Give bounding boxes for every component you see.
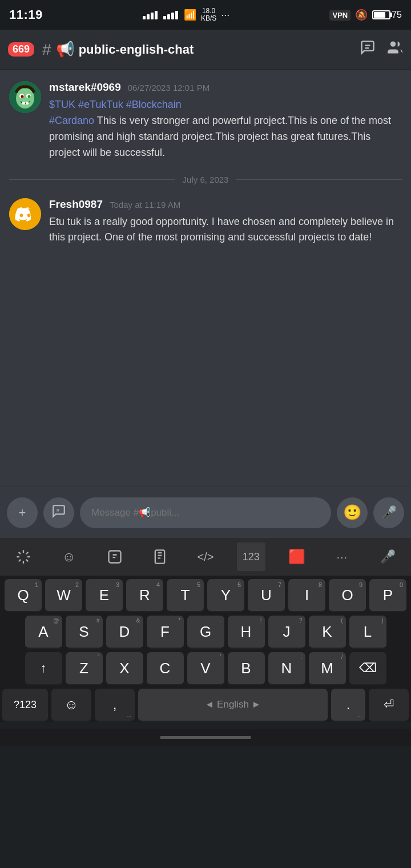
- key-z[interactable]: "Z: [66, 652, 103, 685]
- key-m[interactable]: /M: [309, 652, 346, 685]
- members-icon[interactable]: [387, 39, 403, 59]
- signal-bars-2: [163, 11, 178, 19]
- message-2-text: Etu tuk is a really good opportunity. I …: [49, 214, 402, 246]
- toolbar-more-icon[interactable]: ···: [328, 542, 356, 571]
- key-period[interactable]: . ···: [331, 689, 365, 722]
- space-label: ◄ English ►: [205, 699, 261, 710]
- enter-icon: ⏎: [384, 697, 394, 712]
- key-comma[interactable]: , ···: [95, 689, 135, 722]
- key-g[interactable]: -G: [187, 616, 224, 649]
- toolbar-sticker-icon[interactable]: [100, 542, 129, 571]
- notification-badge: 669: [8, 42, 34, 57]
- hash-icon: #: [42, 41, 51, 59]
- key-r[interactable]: 4R: [126, 579, 163, 612]
- battery-icon: [372, 10, 390, 19]
- voice-message-button[interactable]: 🎤: [373, 497, 404, 528]
- key-o[interactable]: 9O: [329, 579, 366, 612]
- message-2-content: Fresh0987 Today at 11:19 AM Etu tuk is a…: [49, 198, 402, 246]
- timestamp-2: Today at 11:19 AM: [110, 200, 180, 210]
- key-h[interactable]: !H: [228, 616, 265, 649]
- key-c[interactable]: C: [147, 652, 184, 685]
- key-i[interactable]: 8I: [288, 579, 325, 612]
- channel-mention-button[interactable]: #: [43, 497, 74, 528]
- svg-point-8: [28, 95, 31, 98]
- key-p[interactable]: 0P: [369, 579, 406, 612]
- keyboard: 1Q 2W 3E 4R 5T 6Y 7U 8I 9O 0P @A #S &D *…: [0, 576, 411, 722]
- key-backspace[interactable]: ⌫: [349, 652, 386, 685]
- emoji-face-icon: ☺: [65, 697, 79, 713]
- message-1-header: mstarek#0969 06/27/2023 12:01 PM: [49, 81, 402, 94]
- battery-level: 75: [392, 10, 402, 20]
- keyboard-row-3: ↑ "Z X C 'V B :N /M ⌫: [2, 652, 409, 685]
- key-y[interactable]: 6Y: [207, 579, 244, 612]
- emoji-button[interactable]: 🙂: [337, 497, 368, 528]
- username-fresh: Fresh0987: [49, 198, 103, 211]
- key-f[interactable]: *F: [147, 616, 184, 649]
- home-indicator: [0, 729, 411, 746]
- toolbar-flag-icon[interactable]: 🟥: [283, 542, 311, 571]
- dots-icon: ···: [221, 9, 229, 21]
- vpn-badge: VPN: [329, 10, 350, 21]
- hash-tag-icon: #: [51, 504, 66, 521]
- key-e[interactable]: 3E: [86, 579, 123, 612]
- key-space[interactable]: ◄ English ►: [138, 689, 328, 722]
- key-b[interactable]: B: [228, 652, 265, 685]
- key-num-switch[interactable]: ?123: [2, 689, 48, 722]
- date-divider: July 6, 2023: [9, 175, 402, 184]
- emoji-icon: 🙂: [343, 504, 361, 521]
- chat-area: mstarek#0969 06/27/2023 12:01 PM $TUK #e…: [0, 70, 411, 487]
- keyboard-row-4: ?123 ☺ , ··· ◄ English ► . ··· ⏎: [2, 689, 409, 722]
- key-enter[interactable]: ⏎: [369, 689, 409, 722]
- keyboard-toolbar: ☺ </> 123 🟥 ··· 🎤: [0, 538, 411, 576]
- key-emoji-bottom[interactable]: ☺: [51, 689, 91, 722]
- data-speed: 18.0 KB/S: [201, 7, 216, 22]
- divider-line-left: [9, 179, 175, 180]
- backspace-icon: ⌫: [359, 661, 377, 676]
- timestamp-1: 06/27/2023 12:01 PM: [128, 83, 209, 93]
- key-k[interactable]: (K: [309, 616, 346, 649]
- status-time: 11:19: [9, 7, 43, 22]
- status-right: VPN 🔕 75: [329, 9, 402, 21]
- wifi-icon: 📶: [184, 9, 196, 21]
- home-line: [160, 736, 251, 739]
- key-shift[interactable]: ↑: [25, 652, 62, 685]
- keyboard-row-1: 1Q 2W 3E 4R 5T 6Y 7U 8I 9O 0P: [2, 579, 409, 612]
- toolbar-emoji-icon[interactable]: ☺: [55, 542, 83, 571]
- message-input[interactable]: [80, 497, 331, 528]
- key-j[interactable]: ?J: [268, 616, 305, 649]
- add-attachment-button[interactable]: +: [7, 497, 38, 528]
- key-a[interactable]: @A: [25, 616, 62, 649]
- svg-rect-10: [26, 102, 29, 105]
- divider-date: July 6, 2023: [183, 175, 229, 184]
- toolbar-code-icon[interactable]: </>: [191, 542, 220, 571]
- svg-rect-9: [22, 102, 25, 105]
- signal-bars-1: [143, 11, 158, 19]
- search-channel-icon[interactable]: [360, 39, 376, 59]
- svg-point-2: [390, 42, 396, 47]
- toolbar-mic-icon[interactable]: 🎤: [373, 542, 402, 571]
- header-action-icons: [360, 39, 403, 59]
- keyboard-row-2: @A #S &D *F -G !H ?J (K )L: [2, 616, 409, 649]
- divider-line-right: [236, 179, 402, 180]
- key-u[interactable]: 7U: [248, 579, 285, 612]
- key-x[interactable]: X: [106, 652, 143, 685]
- status-bar: 11:19 📶 18.0 KB/S ··· VPN 🔕: [0, 0, 411, 30]
- avatar-mstarek: [9, 81, 41, 113]
- message-1-content: mstarek#0969 06/27/2023 12:01 PM $TUK #e…: [49, 81, 402, 161]
- username-mstarek: mstarek#0969: [49, 81, 121, 94]
- key-d[interactable]: &D: [106, 616, 143, 649]
- key-t[interactable]: 5T: [167, 579, 204, 612]
- channel-info: # 📢 public-english-chat: [42, 41, 360, 59]
- key-q[interactable]: 1Q: [5, 579, 42, 612]
- toolbar-123-icon[interactable]: 123: [237, 542, 265, 571]
- key-l[interactable]: )L: [349, 616, 386, 649]
- key-v[interactable]: 'V: [187, 652, 224, 685]
- channel-name: public-english-chat: [79, 42, 194, 57]
- key-s[interactable]: #S: [66, 616, 103, 649]
- key-n[interactable]: :N: [268, 652, 305, 685]
- key-w[interactable]: 2W: [45, 579, 82, 612]
- plus-icon: +: [19, 505, 26, 520]
- keyboard-rows: 1Q 2W 3E 4R 5T 6Y 7U 8I 9O 0P @A #S &D *…: [0, 576, 411, 722]
- toolbar-translate-icon[interactable]: [9, 542, 38, 571]
- toolbar-clipboard-icon[interactable]: [146, 542, 174, 571]
